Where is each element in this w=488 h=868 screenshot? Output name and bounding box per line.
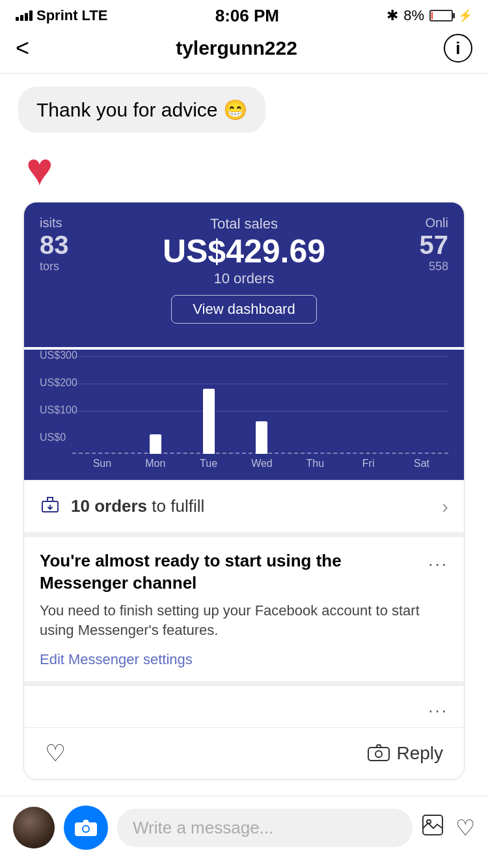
image-icon[interactable] bbox=[422, 814, 444, 841]
messenger-section: You're almost ready to start using the M… bbox=[24, 532, 464, 681]
messenger-header: You're almost ready to start using the M… bbox=[40, 550, 448, 595]
signal-bars bbox=[16, 10, 33, 21]
status-right: ✱ 8% ⚡ bbox=[386, 7, 472, 24]
visitors-label: tors bbox=[40, 260, 69, 273]
carrier-label: Sprint bbox=[36, 7, 78, 24]
avatar-image bbox=[13, 807, 55, 848]
x-label-sat: Sat bbox=[409, 458, 435, 469]
messenger-options-button[interactable]: ... bbox=[428, 550, 448, 570]
edit-messenger-settings-link[interactable]: Edit Messenger settings bbox=[40, 651, 448, 668]
partial-card-options[interactable]: ... bbox=[428, 697, 448, 717]
charging-icon: ⚡ bbox=[458, 8, 472, 23]
back-button[interactable]: < bbox=[16, 35, 29, 62]
y-label-300: US$300 bbox=[40, 350, 77, 361]
bar-tue bbox=[203, 389, 215, 454]
x-label-mon: Mon bbox=[142, 458, 169, 469]
avatar bbox=[13, 807, 55, 848]
network-label: LTE bbox=[82, 7, 108, 24]
bar-wed bbox=[256, 421, 267, 454]
battery-icon bbox=[429, 10, 453, 21]
orders-icon bbox=[40, 494, 61, 519]
battery-percent: 8% bbox=[403, 7, 424, 24]
x-label-tue: Tue bbox=[196, 458, 222, 469]
online-value: 57 bbox=[420, 231, 449, 260]
partial-card: ... bbox=[24, 681, 464, 727]
info-icon: i bbox=[455, 38, 460, 59]
bluetooth-icon: ✱ bbox=[386, 7, 398, 24]
bar4 bbox=[29, 10, 33, 21]
heart-icon[interactable]: ♡ bbox=[455, 815, 475, 841]
y-label-200: US$200 bbox=[40, 377, 77, 389]
chart-bars bbox=[75, 363, 448, 454]
bar2 bbox=[20, 15, 23, 21]
visits-value: 83 bbox=[40, 231, 69, 260]
dashboard-left-col: isits 83 tors bbox=[40, 216, 69, 273]
info-button[interactable]: i bbox=[444, 34, 472, 63]
x-label-thu: Thu bbox=[302, 458, 328, 469]
online-label: Onli bbox=[420, 216, 449, 231]
camera-reply-icon bbox=[368, 741, 390, 766]
status-left: Sprint LTE bbox=[16, 7, 107, 24]
x-label-fri: Fri bbox=[355, 458, 381, 469]
x-label-sun: Sun bbox=[89, 458, 115, 469]
x-label-wed: Wed bbox=[249, 458, 275, 469]
messenger-title: You're almost ready to start using the M… bbox=[40, 550, 428, 595]
dashboard-center-col: Total sales US$429.69 10 orders View das… bbox=[69, 216, 420, 347]
y-label-0: US$0 bbox=[40, 432, 66, 443]
camera-button[interactable] bbox=[64, 805, 108, 850]
heart-reaction: ♥ bbox=[26, 143, 475, 195]
chart-grid: US$300 US$200 US$100 US$0 bbox=[40, 350, 448, 454]
orders-chevron-icon: › bbox=[442, 496, 448, 518]
message-placeholder: Write a message... bbox=[133, 818, 273, 838]
header: < tylergunn222 i bbox=[0, 29, 488, 74]
dashboard-header: isits 83 tors Total sales US$429.69 10 o… bbox=[24, 203, 464, 347]
message-text: Thank you for advice 😁 bbox=[36, 99, 247, 120]
chat-area: Thank you for advice 😁 ♥ isits 83 tors T… bbox=[0, 74, 488, 796]
orders-count-bold: 10 orders bbox=[71, 496, 147, 516]
orders-text: 10 orders to fulfill bbox=[71, 496, 204, 516]
messenger-description: You need to finish setting up your Faceb… bbox=[40, 601, 448, 641]
dashboard-message-card: isits 83 tors Total sales US$429.69 10 o… bbox=[23, 202, 465, 779]
bar-mon bbox=[150, 434, 161, 454]
like-button[interactable]: ♡ bbox=[45, 740, 66, 767]
svg-point-5 bbox=[83, 826, 88, 832]
chart-x-labels: Sun Mon Tue Wed Thu Fri Sat bbox=[75, 454, 448, 469]
orders-fulfill-row[interactable]: 10 orders to fulfill › bbox=[24, 480, 464, 532]
grid-line-300 bbox=[72, 356, 448, 357]
message-bubble: Thank you for advice 😁 bbox=[18, 87, 265, 133]
reply-button[interactable]: Reply bbox=[368, 741, 443, 766]
dashboard-top-row: isits 83 tors Total sales US$429.69 10 o… bbox=[40, 216, 448, 347]
chart-area: US$300 US$200 US$100 US$0 bbox=[24, 350, 464, 480]
view-dashboard-button[interactable]: View dashboard bbox=[171, 295, 316, 324]
input-icons: ♡ bbox=[422, 814, 475, 841]
message-input[interactable]: Write a message... bbox=[117, 809, 413, 847]
visits-label: isits bbox=[40, 216, 69, 231]
orders-suffix: to fulfill bbox=[147, 496, 204, 516]
battery-indicator bbox=[429, 10, 453, 21]
time-display: 8:06 PM bbox=[215, 6, 279, 26]
message-actions-bar: ♡ Reply bbox=[24, 727, 464, 779]
bar1 bbox=[16, 17, 19, 21]
dashboard-right-col: Onli 57 558 bbox=[420, 216, 449, 273]
total-sales-label: Total sales bbox=[69, 216, 420, 232]
sales-amount: US$429.69 bbox=[69, 235, 420, 268]
online-sub: 558 bbox=[420, 260, 449, 273]
reply-label: Reply bbox=[396, 743, 443, 764]
bottom-bar: Write a message... ♡ bbox=[0, 796, 488, 868]
svg-point-2 bbox=[375, 751, 382, 757]
orders-count: 10 orders bbox=[69, 270, 420, 287]
battery-fill bbox=[431, 12, 433, 20]
header-title: tylergunn222 bbox=[176, 37, 297, 59]
svg-rect-1 bbox=[368, 748, 389, 761]
orders-row-left: 10 orders to fulfill bbox=[40, 494, 204, 519]
y-label-100: US$100 bbox=[40, 404, 77, 416]
status-bar: Sprint LTE 8:06 PM ✱ 8% ⚡ bbox=[0, 0, 488, 29]
bar3 bbox=[25, 13, 28, 21]
